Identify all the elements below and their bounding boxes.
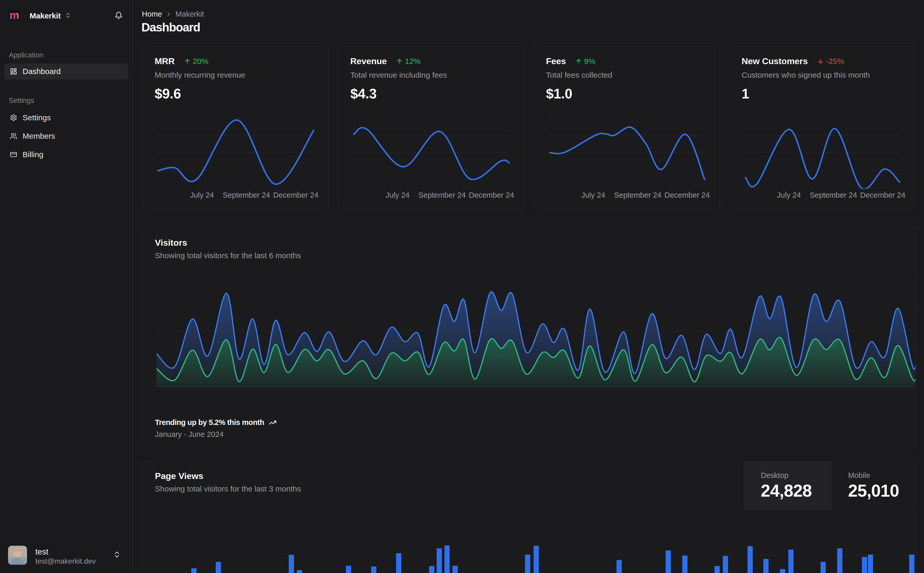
svg-text:m: m xyxy=(9,9,19,21)
